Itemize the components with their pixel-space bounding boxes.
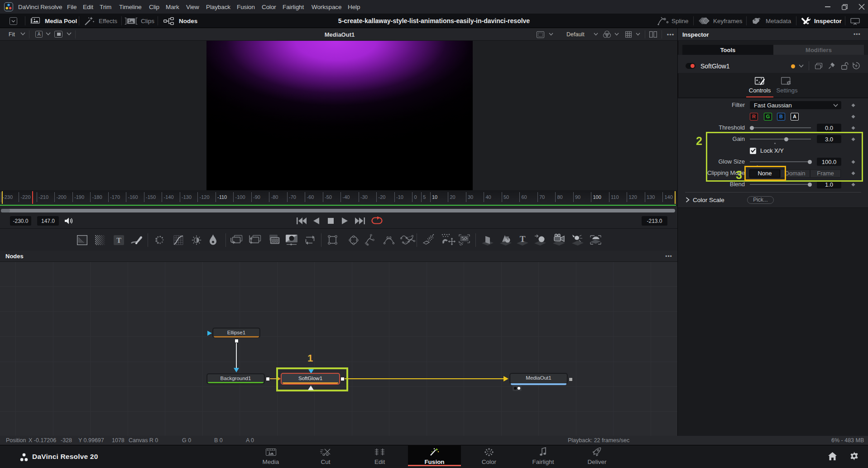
svg-text:T: T: [116, 236, 121, 244]
svg-text:T: T: [520, 234, 526, 244]
svg-text:A: A: [38, 32, 41, 37]
